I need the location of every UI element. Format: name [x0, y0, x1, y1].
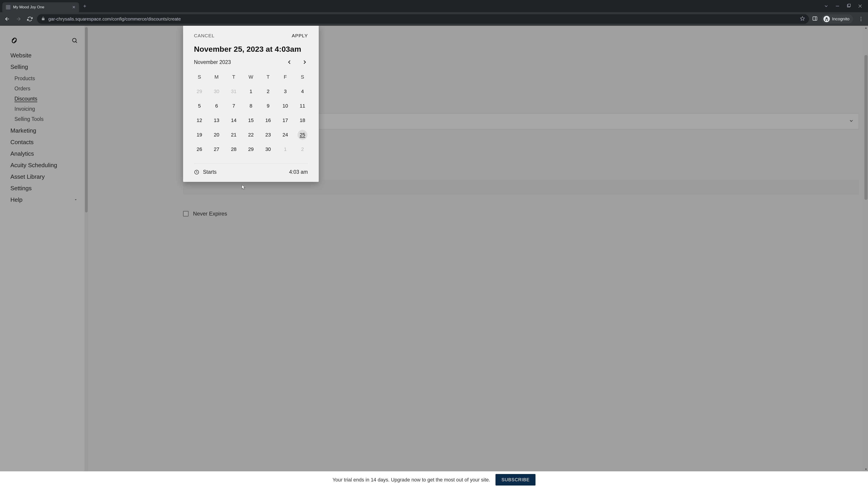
calendar-day-cell[interactable]: 15 [242, 113, 259, 128]
month-label: November 2023 [194, 59, 231, 65]
calendar-day-cell[interactable]: 2 [294, 142, 311, 157]
back-button[interactable] [3, 15, 11, 23]
trial-text: Your trial ends in 14 days. Upgrade now … [333, 477, 490, 483]
starts-label: Starts [203, 169, 217, 175]
calendar-day-cell[interactable]: 12 [191, 113, 208, 128]
new-tab-button[interactable]: + [79, 3, 90, 9]
incognito-label: Incognito [832, 17, 849, 22]
date-picker-headline: November 25, 2023 at 4:03am [183, 41, 319, 58]
lock-icon [41, 17, 45, 22]
tab-title: My Mood Joy One [13, 5, 69, 9]
calendar-day-cell[interactable]: 8 [242, 99, 259, 113]
calendar-day-cell[interactable]: 29 [191, 84, 208, 99]
calendar-week-row: 19202122232425 [191, 128, 311, 142]
calendar-header-row: SMTWTFS [191, 70, 311, 84]
calendar-day-cell[interactable]: 19 [191, 128, 208, 142]
window-maximize-button[interactable] [846, 4, 851, 8]
calendar-day-cell[interactable]: 1 [242, 84, 259, 99]
trial-bar: Your trial ends in 14 days. Upgrade now … [0, 471, 868, 488]
calendar-day-cell[interactable]: 27 [208, 142, 225, 157]
mouse-cursor-icon [242, 185, 246, 191]
calendar-dow-cell: T [259, 70, 277, 84]
calendar-week-row: 2930311234 [191, 84, 311, 99]
calendar-day-cell[interactable]: 14 [225, 113, 242, 128]
reload-button[interactable] [26, 15, 34, 23]
side-panel-icon[interactable] [812, 16, 817, 22]
calendar-day-cell[interactable]: 31 [225, 84, 242, 99]
subscribe-button[interactable]: SUBSCRIBE [495, 474, 535, 486]
address-bar-row: gar-chrysalis.squarespace.com/config/com… [0, 12, 868, 26]
calendar-day-cell[interactable]: 16 [259, 113, 277, 128]
svg-rect-2 [848, 4, 850, 6]
calendar-dow-cell: T [225, 70, 242, 84]
browser-tab[interactable]: My Mood Joy One ✕ [2, 2, 79, 12]
calendar-day-cell[interactable]: 30 [208, 84, 225, 99]
calendar-day-cell[interactable]: 13 [208, 113, 225, 128]
next-month-button[interactable] [302, 59, 308, 65]
calendar-body: 2930311234567891011121314151617181920212… [191, 84, 311, 157]
incognito-icon [824, 16, 830, 22]
calendar-day-cell[interactable]: 6 [208, 99, 225, 113]
browser-menu-button[interactable]: ⋮ [857, 16, 865, 22]
calendar-day-cell[interactable]: 7 [225, 99, 242, 113]
calendar-day-cell[interactable]: 9 [259, 99, 277, 113]
calendar-day-cell[interactable]: 11 [294, 99, 311, 113]
calendar-day-cell[interactable]: 4 [294, 84, 311, 99]
calendar-day-cell[interactable]: 30 [259, 142, 277, 157]
calendar-day-cell[interactable]: 10 [277, 99, 294, 113]
calendar-day-cell[interactable]: 3 [277, 84, 294, 99]
tab-search-icon[interactable] [824, 4, 829, 8]
calendar-day-cell[interactable]: 21 [225, 128, 242, 142]
tab-bar: My Mood Joy One ✕ + [0, 0, 868, 12]
calendar-day-cell[interactable]: 29 [242, 142, 259, 157]
bookmark-star-icon[interactable] [800, 16, 805, 22]
tab-favicon [6, 5, 10, 9]
calendar-day-cell[interactable]: 2 [259, 84, 277, 99]
window-close-button[interactable] [858, 4, 863, 8]
tab-close-icon[interactable]: ✕ [72, 5, 75, 10]
prev-month-button[interactable] [286, 59, 292, 65]
calendar-day-cell[interactable]: 1 [277, 142, 294, 157]
date-picker-modal: CANCEL APPLY November 25, 2023 at 4:03am… [183, 26, 319, 182]
calendar-day-cell[interactable]: 28 [225, 142, 242, 157]
calendar-day-cell[interactable]: 22 [242, 128, 259, 142]
calendar-week-row: 567891011 [191, 99, 311, 113]
cancel-button[interactable]: CANCEL [194, 33, 215, 38]
calendar-dow-cell: S [294, 70, 311, 84]
starts-time[interactable]: 4:03 am [289, 169, 308, 175]
incognito-badge[interactable]: Incognito [822, 14, 853, 24]
url-bar[interactable]: gar-chrysalis.squarespace.com/config/com… [37, 14, 809, 24]
window-minimize-button[interactable] [835, 4, 840, 8]
calendar-week-row: 12131415161718 [191, 113, 311, 128]
calendar-day-cell[interactable]: 23 [259, 128, 277, 142]
calendar-day-cell[interactable]: 20 [208, 128, 225, 142]
calendar-day-cell[interactable]: 5 [191, 99, 208, 113]
calendar-dow-cell: M [208, 70, 225, 84]
calendar-day-cell[interactable]: 18 [294, 113, 311, 128]
calendar-day-cell[interactable]: 24 [277, 128, 294, 142]
modal-backdrop[interactable] [0, 26, 868, 488]
calendar-dow-cell: S [191, 70, 208, 84]
calendar-week-row: 262728293012 [191, 142, 311, 157]
apply-button[interactable]: APPLY [292, 33, 308, 38]
clock-icon [194, 169, 199, 175]
calendar-dow-cell: W [242, 70, 259, 84]
url-text: gar-chrysalis.squarespace.com/config/com… [49, 17, 797, 22]
calendar-dow-cell: F [277, 70, 294, 84]
calendar-day-cell[interactable]: 25 [294, 128, 311, 142]
calendar-day-cell[interactable]: 17 [277, 113, 294, 128]
calendar-day-cell[interactable]: 26 [191, 142, 208, 157]
page-viewport: Website Selling Products Orders Discount… [0, 26, 868, 488]
forward-button[interactable] [14, 15, 23, 23]
svg-rect-6 [813, 17, 817, 20]
svg-marker-5 [800, 16, 804, 20]
